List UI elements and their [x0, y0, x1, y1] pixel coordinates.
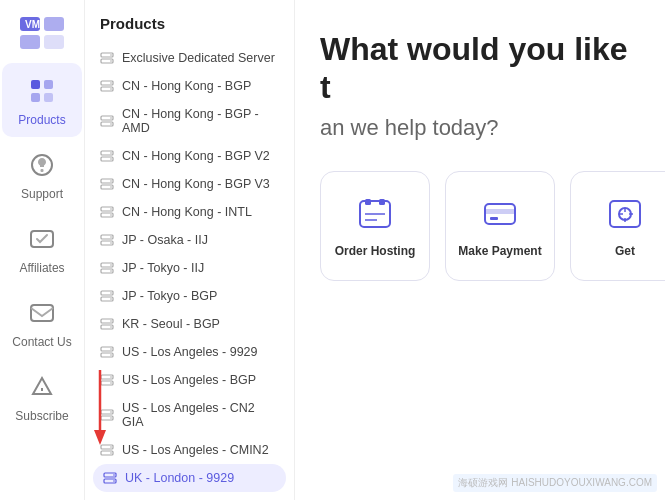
main-heading-line1: What would you like t [320, 30, 640, 107]
arrow-indicator [90, 370, 110, 450]
product-item-exclusive-dedicated[interactable]: Exclusive Dedicated Server [85, 44, 294, 72]
make-payment-label: Make Payment [458, 244, 541, 258]
svg-point-28 [110, 152, 112, 154]
svg-point-37 [110, 214, 112, 216]
main-heading-line2: an we help today? [320, 115, 640, 141]
product-item-others[interactable]: Others [85, 492, 294, 500]
svg-point-64 [110, 411, 112, 413]
cards-row: Order Hosting Make Payment [320, 171, 640, 281]
svg-point-73 [113, 480, 115, 482]
svg-rect-82 [379, 199, 385, 205]
server-icon [100, 149, 114, 163]
svg-point-41 [110, 242, 112, 244]
svg-point-56 [110, 348, 112, 350]
server-icon [100, 114, 114, 128]
contact-icon [24, 295, 60, 331]
product-item-uk-london-9929[interactable]: UK - London - 9929 [93, 464, 286, 492]
server-icon [100, 261, 114, 275]
product-item-cn-hk-intl[interactable]: CN - Hong Kong - INTL [85, 198, 294, 226]
server-icon [100, 79, 114, 93]
product-item-us-la-cn2gia[interactable]: US - Los Angeles - CN2 GIA [85, 394, 294, 436]
get-card[interactable]: Get [570, 171, 665, 281]
sidebar-item-support[interactable]: Support [2, 137, 82, 211]
product-item-label: JP - Tokyo - BGP [122, 289, 217, 303]
server-icon [100, 317, 114, 331]
svg-point-68 [110, 446, 112, 448]
product-item-cn-hk-bgp-amd[interactable]: CN - Hong Kong - BGP - AMD [85, 100, 294, 142]
server-icon [100, 177, 114, 191]
product-item-jp-osaka-iij[interactable]: JP - Osaka - IIJ [85, 226, 294, 254]
products-icon [24, 73, 60, 109]
product-list: Exclusive Dedicated Server CN - Hong Kon… [85, 44, 294, 500]
product-item-label: UK - London - 9929 [125, 471, 234, 485]
svg-rect-3 [44, 35, 64, 49]
svg-point-52 [110, 320, 112, 322]
svg-rect-1 [44, 17, 64, 31]
sidebar-subscribe-label: Subscribe [15, 409, 68, 423]
svg-rect-6 [44, 80, 53, 89]
product-item-us-la-bgp[interactable]: US - Los Angeles - BGP [85, 366, 294, 394]
svg-point-44 [110, 264, 112, 266]
svg-point-29 [110, 158, 112, 160]
sidebar-support-label: Support [21, 187, 63, 201]
svg-text:VM: VM [25, 19, 40, 30]
server-icon [103, 471, 117, 485]
product-item-jp-tokyo-iij[interactable]: JP - Tokyo - IIJ [85, 254, 294, 282]
svg-point-17 [110, 60, 112, 62]
order-hosting-card[interactable]: Order Hosting [320, 171, 430, 281]
sidebar-item-affiliates[interactable]: Affiliates [2, 211, 82, 285]
svg-point-21 [110, 88, 112, 90]
svg-rect-88 [610, 201, 640, 227]
product-item-cn-hk-bgp-v3[interactable]: CN - Hong Kong - BGP V3 [85, 170, 294, 198]
sidebar-products-label: Products [18, 113, 65, 127]
sidebar-item-contact[interactable]: Contact Us [2, 285, 82, 359]
product-item-us-la-9929[interactable]: US - Los Angeles - 9929 [85, 338, 294, 366]
product-item-label: Exclusive Dedicated Server [122, 51, 275, 65]
sidebar-item-subscribe[interactable]: Subscribe [2, 359, 82, 433]
order-hosting-icon [355, 194, 395, 234]
svg-point-36 [110, 208, 112, 210]
product-item-label: CN - Hong Kong - INTL [122, 205, 252, 219]
product-item-label: US - Los Angeles - BGP [122, 373, 256, 387]
product-item-kr-seoul-bgp[interactable]: KR - Seoul - BGP [85, 310, 294, 338]
svg-rect-87 [490, 217, 498, 220]
logo: VM [15, 10, 70, 55]
get-label: Get [615, 244, 635, 258]
product-item-jp-tokyo-bgp[interactable]: JP - Tokyo - BGP [85, 282, 294, 310]
sidebar-item-products[interactable]: Products [2, 63, 82, 137]
svg-point-16 [110, 54, 112, 56]
get-icon [605, 194, 645, 234]
svg-point-45 [110, 270, 112, 272]
svg-marker-79 [94, 430, 106, 445]
affiliates-icon [24, 221, 60, 257]
server-icon [100, 51, 114, 65]
svg-point-32 [110, 180, 112, 182]
svg-rect-10 [41, 169, 44, 172]
watermark: 海硕游戏网 HAISHUDOYOUXIWANG.COM [453, 474, 657, 492]
svg-point-53 [110, 326, 112, 328]
svg-point-69 [110, 452, 112, 454]
sidebar: VM Products Support [0, 0, 85, 500]
product-item-label: KR - Seoul - BGP [122, 317, 220, 331]
products-panel-title: Products [85, 15, 294, 44]
product-item-label: CN - Hong Kong - BGP V3 [122, 177, 270, 191]
server-icon [100, 345, 114, 359]
product-item-label: US - Los Angeles - 9929 [122, 345, 258, 359]
product-item-label: US - Los Angeles - CMIN2 [122, 443, 269, 457]
product-item-label: CN - Hong Kong - BGP [122, 79, 251, 93]
make-payment-card[interactable]: Make Payment [445, 171, 555, 281]
product-item-cn-hk-bgp[interactable]: CN - Hong Kong - BGP [85, 72, 294, 100]
svg-point-33 [110, 186, 112, 188]
svg-rect-8 [44, 93, 53, 102]
server-icon [100, 233, 114, 247]
product-item-label: JP - Tokyo - IIJ [122, 261, 204, 275]
product-item-cn-hk-bgp-v2[interactable]: CN - Hong Kong - BGP V2 [85, 142, 294, 170]
svg-point-57 [110, 354, 112, 356]
subscribe-icon [24, 369, 60, 405]
product-item-label: US - Los Angeles - CN2 GIA [122, 401, 279, 429]
svg-rect-7 [31, 93, 40, 102]
svg-rect-12 [31, 305, 53, 321]
svg-point-60 [110, 376, 112, 378]
order-hosting-label: Order Hosting [335, 244, 416, 258]
product-item-us-la-cmin2[interactable]: US - Los Angeles - CMIN2 [85, 436, 294, 464]
